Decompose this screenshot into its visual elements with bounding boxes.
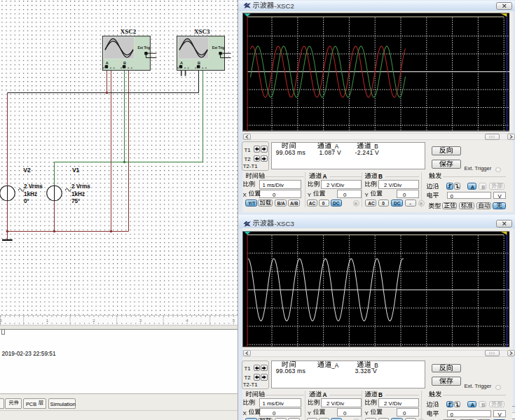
- svg-text:1kHz: 1kHz: [24, 191, 37, 197]
- svg-text:XSC2: XSC2: [121, 28, 137, 35]
- svg-text:Ext Trig: Ext Trig: [138, 46, 151, 50]
- svg-text:1kHz: 1kHz: [71, 191, 85, 197]
- svg-text:A: A: [106, 61, 109, 65]
- svg-text:V1: V1: [72, 167, 80, 174]
- svg-text:V2: V2: [23, 167, 31, 174]
- svg-text:2 Vrms: 2 Vrms: [71, 183, 90, 190]
- svg-text:Ext Trig: Ext Trig: [212, 46, 225, 50]
- svg-text:75°: 75°: [71, 198, 80, 204]
- svg-text:2 Vrms: 2 Vrms: [24, 183, 43, 190]
- svg-text:B: B: [198, 61, 200, 65]
- svg-text:XSC3: XSC3: [194, 28, 210, 35]
- svg-text:A: A: [180, 61, 183, 65]
- svg-text:B: B: [123, 61, 126, 65]
- svg-text:0°: 0°: [24, 198, 29, 204]
